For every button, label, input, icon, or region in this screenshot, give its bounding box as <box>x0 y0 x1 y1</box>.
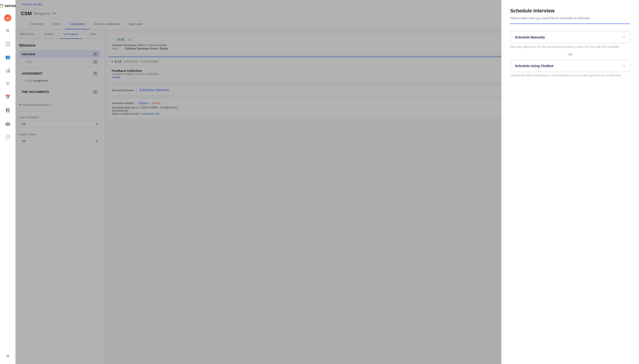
group-icon[interactable]: 👫 <box>3 106 12 115</box>
settings-icon[interactable]: ⚙ <box>3 352 12 360</box>
logo-dot-1 <box>0 4 1 6</box>
schedule-chatbot-option[interactable]: Schedule Using Chatbot → <box>510 60 630 72</box>
modal-backdrop[interactable] <box>16 0 501 364</box>
schedule-manually-arrow: → <box>621 35 625 40</box>
people-icon[interactable]: 👥 <box>3 52 12 62</box>
sidebar: sense ● ⊞ 📋 👥 📊 ☰ 📅 👫 🤖 🕐 ⚙ <box>0 0 16 364</box>
logo: sense <box>0 4 16 8</box>
calendar-icon[interactable]: 📅 <box>3 92 12 102</box>
main-content: ‹ Back to all jobs CSM (Bangalore) ••• O… <box>16 0 639 364</box>
bot-icon[interactable]: 🤖 <box>3 119 12 128</box>
list-icon[interactable]: ☰ <box>3 79 12 88</box>
schedule-chatbot-label: Schedule Using Chatbot <box>515 64 553 68</box>
or-divider: OR <box>510 53 630 56</box>
logo-text: sense <box>5 4 16 8</box>
schedule-manually-label: Schedule Manually <box>515 35 545 39</box>
modal-title: Schedule Interview <box>510 8 630 14</box>
logo-dot-3 <box>0 6 1 8</box>
logo-dot-2 <box>2 4 3 6</box>
schedule-chatbot-description: Chatbot will talk to interviewers and ca… <box>510 74 630 77</box>
schedule-manually-option[interactable]: Schedule Manually → <box>510 31 630 43</box>
modal-overlay[interactable]: ✕ Schedule Interview Please select how y… <box>16 0 639 364</box>
modal-subtitle: Please select how you would like to sche… <box>510 16 630 24</box>
schedule-interview-modal: ✕ Schedule Interview Please select how y… <box>501 0 639 364</box>
logo-dots <box>0 4 3 8</box>
schedule-manually-description: Manually select time for the interviewer… <box>510 45 630 48</box>
chart-icon[interactable]: 📊 <box>3 66 12 75</box>
apps-icon[interactable]: ⊞ <box>3 26 12 35</box>
clock-icon[interactable]: 🕐 <box>3 132 12 142</box>
document-icon[interactable]: 📋 <box>3 39 12 48</box>
avatar-icon[interactable]: ● <box>4 14 11 22</box>
schedule-chatbot-arrow: → <box>621 64 625 68</box>
logo-dot-4 <box>2 6 3 8</box>
